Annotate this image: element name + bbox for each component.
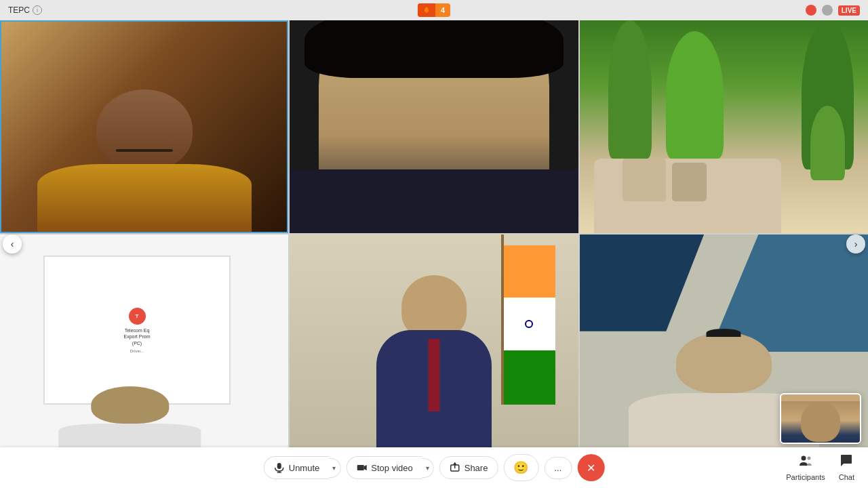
person-5 (362, 266, 507, 447)
share-icon (450, 462, 460, 473)
head-1 (96, 89, 193, 171)
controls-center: Unmute ▾ Stop video ▾ Share (264, 454, 605, 481)
firefox-icon (418, 3, 435, 17)
hair-2 (304, 20, 564, 78)
share-label: Share (465, 463, 488, 473)
unmute-button[interactable]: Unmute (264, 456, 330, 479)
self-view-video (781, 401, 860, 444)
flag-orange (503, 245, 555, 298)
tree-1 (608, 20, 652, 159)
tab-count: 4 (435, 4, 450, 16)
video-tile-5 (290, 235, 578, 447)
more-options-button[interactable]: ... (544, 457, 572, 479)
participants-button[interactable]: Participants (786, 454, 825, 481)
participants-icon (799, 454, 812, 471)
stop-video-group: Stop video ▾ (346, 456, 433, 479)
self-body (789, 442, 852, 444)
unmute-label: Unmute (289, 463, 320, 473)
tree-2 (666, 31, 724, 159)
microphone-icon (274, 462, 285, 473)
chakra (525, 320, 533, 328)
shape-dark (580, 235, 709, 331)
pres-subtitle: Drivin... (130, 349, 144, 353)
self-view-thumbnail (780, 393, 861, 444)
chat-label: Chat (839, 473, 854, 481)
stop-video-arrow[interactable]: ▾ (422, 458, 434, 478)
head-4 (91, 386, 169, 424)
nav-right-arrow[interactable]: › (846, 235, 865, 253)
chat-bubble-icon (840, 454, 853, 468)
stop-video-button[interactable]: Stop video (346, 456, 422, 479)
window-controls: LIVE (806, 5, 860, 16)
live-badge: LIVE (838, 5, 860, 16)
app-title: TEPC (8, 5, 30, 15)
emoji-button[interactable]: 🙂 (503, 454, 538, 481)
video-tile-3 (580, 20, 868, 233)
head-6 (676, 332, 771, 393)
controls-right: Participants Chat (786, 454, 854, 481)
video-tile-2 (290, 20, 578, 233)
pillow-2 (672, 163, 707, 201)
info-icon[interactable]: i (33, 5, 42, 15)
indian-flag (503, 245, 555, 405)
video-icon (356, 462, 367, 473)
plant (810, 106, 845, 180)
unmute-arrow[interactable]: ▾ (328, 458, 340, 478)
chat-icon (840, 454, 853, 471)
end-call-button[interactable]: ✕ (577, 454, 604, 481)
nav-left-arrow[interactable]: ‹ (3, 235, 22, 253)
video-tile-4: T Telecom Eq Export Prom (PC) Drivin... (0, 235, 288, 447)
chat-button[interactable]: Chat (839, 454, 854, 481)
pillow-1 (623, 159, 666, 201)
glasses-1 (116, 149, 173, 152)
person-silhouette-1 (37, 89, 252, 232)
head-5 (401, 275, 467, 338)
presentation-screen: T Telecom Eq Export Prom (PC) Drivin... (43, 256, 231, 405)
body-4 (58, 424, 201, 447)
control-bar: Unmute ▾ Stop video ▾ Share (0, 447, 868, 488)
hair-6 (707, 329, 741, 337)
top-bar: TEPC i 4 LIVE (0, 0, 868, 20)
self-head (801, 401, 840, 442)
minimize-button[interactable] (822, 5, 833, 16)
pres-title-text: Telecom Eq Export Prom (PC) (124, 327, 151, 347)
tab-indicator[interactable]: 4 (418, 3, 450, 17)
stop-video-label: Stop video (371, 463, 412, 473)
body-1 (37, 164, 252, 232)
people-icon (799, 454, 812, 468)
video-tile-1 (0, 20, 288, 233)
flag-white (503, 298, 555, 350)
end-icon: ✕ (587, 462, 595, 474)
flag-green (503, 350, 555, 405)
person-4 (65, 386, 195, 447)
close-button[interactable] (806, 5, 816, 16)
shoulder-2 (290, 169, 578, 233)
more-dots: ... (554, 463, 561, 473)
unmute-group: Unmute ▾ (264, 456, 341, 479)
app-title-area: TEPC i (8, 5, 42, 15)
pres-logo: T (129, 308, 146, 325)
svg-point-7 (802, 456, 806, 461)
video-grid: T Telecom Eq Export Prom (PC) Drivin... (0, 20, 868, 447)
svg-rect-1 (277, 463, 281, 469)
svg-point-8 (808, 457, 811, 460)
tie-5 (428, 339, 439, 411)
share-button[interactable]: Share (439, 456, 498, 479)
svg-rect-4 (357, 465, 363, 470)
participants-label: Participants (786, 473, 825, 481)
